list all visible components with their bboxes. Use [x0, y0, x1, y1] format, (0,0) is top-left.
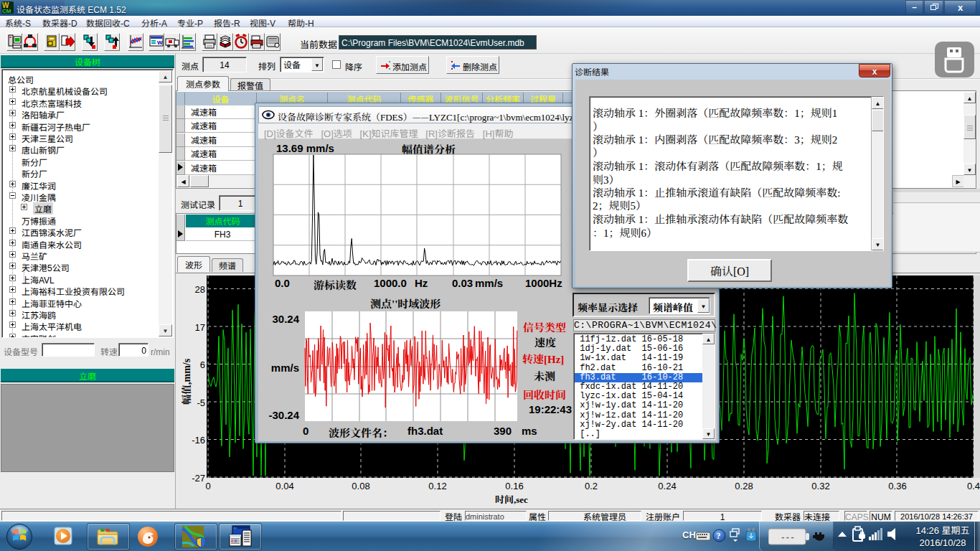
- svg-text:C:: C:: [234, 527, 237, 529]
- svg-text:---: ---: [781, 533, 795, 542]
- svg-text:?: ?: [717, 531, 721, 541]
